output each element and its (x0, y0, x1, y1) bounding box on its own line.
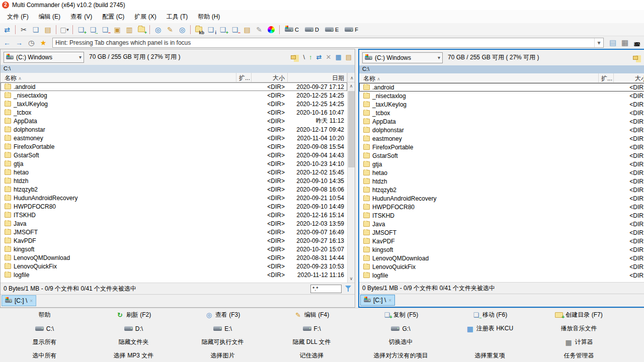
file-row[interactable]: HudunAndroidRecovery <DIR> 2020-09-21 10… (1, 194, 347, 202)
file-row[interactable]: GstarSoft <DIR> 2020-09-04 14:43 (1, 151, 347, 159)
file-row[interactable]: htdzh <DIR> 2020-09-10 14:35 (1, 176, 347, 185)
file-row[interactable]: _tcbox <DIR> (359, 109, 644, 117)
view-file-icon[interactable]: ◎ (152, 25, 164, 35)
filter-input[interactable] (310, 285, 342, 293)
hint-dropdown-icon[interactable]: ▾ (594, 38, 603, 47)
function-button[interactable]: 计算器 (534, 335, 623, 349)
file-info-icon[interactable]: ❏i (205, 25, 216, 35)
file-row[interactable]: _tcbox <DIR> 2020-10-16 10:47 (1, 108, 347, 117)
menu-item[interactable]: 编辑 (E) (34, 11, 65, 23)
file-row[interactable]: LenovoQMDownload <DIR> 2020-08-31 14:44 (1, 253, 347, 262)
file-row[interactable]: LenovoQuickFix <DIR> 2020-09-23 10:53 (1, 262, 347, 270)
function-button[interactable]: 刷新 (F2) (89, 308, 178, 322)
file-row[interactable]: LenovoQMDownload <DIR> (359, 254, 644, 262)
new-folder-icon[interactable]: + (136, 25, 147, 35)
folder-up-icon[interactable]: ↑ (309, 53, 312, 61)
file-row[interactable]: hetao <DIR> (359, 168, 644, 177)
function-button[interactable]: E:\ (178, 322, 267, 335)
file-row[interactable]: .android <DIR> (359, 83, 644, 92)
file-row[interactable]: KavPDF <DIR> (359, 237, 644, 245)
file-delete-icon[interactable]: ❏− (100, 25, 111, 35)
function-button[interactable]: 隐藏 DLL 文件 (267, 335, 356, 349)
function-button[interactable]: 选择 MP3 文件 (89, 349, 178, 362)
function-button[interactable]: G:\ (356, 322, 445, 335)
copy-icon[interactable]: ❏ (30, 25, 41, 35)
file-row[interactable]: eastmoney <DIR> 2020-11-04 10:20 (1, 134, 347, 142)
file-copy-icon[interactable]: ❏+ (75, 25, 87, 35)
file-row[interactable]: logfile <DIR> 2020-11-12 11:16 (1, 270, 347, 279)
function-button[interactable]: 选中所有 (0, 349, 89, 362)
column-name[interactable]: 名称 ∧ (1, 73, 236, 82)
scroll-up-icon[interactable]: ∧ (347, 73, 355, 82)
left-drive-selector[interactable]: (C:) Windows ▾ (4, 52, 84, 63)
toolbar-drive-f-button[interactable]: F (342, 25, 361, 35)
menu-item[interactable]: 扩展 (X) (129, 11, 161, 23)
column-ext[interactable]: 扩... (599, 73, 614, 82)
notepad-icon[interactable]: ▤ (608, 38, 618, 48)
file-row[interactable]: JMSOFT <DIR> (359, 228, 644, 237)
right-drive-selector[interactable]: (C:) Windows ▾ (362, 52, 443, 63)
file-row[interactable]: logfile <DIR> (359, 271, 644, 280)
function-button[interactable] (623, 308, 644, 322)
column-date[interactable]: 日期 (288, 73, 347, 82)
file-row[interactable]: _nisectaxlog <DIR> 2020-12-25 14:25 (1, 91, 347, 100)
selection-mode-icon[interactable]: ▢▾ (59, 25, 70, 35)
file-row[interactable]: kingsoft <DIR> (359, 245, 644, 254)
file-row[interactable]: AppData <DIR> (359, 117, 644, 126)
function-button[interactable]: 选择对方没有的项目 (356, 349, 445, 362)
file-row[interactable]: dolphonstar <DIR> 2020-12-17 09:42 (1, 125, 347, 134)
unpack-archive-icon[interactable]: ▥ (124, 25, 135, 35)
function-button[interactable]: 选择图片 (178, 349, 267, 362)
file-row[interactable]: ITSKHD <DIR> (359, 211, 644, 220)
favorites-star-icon[interactable]: ★ (38, 38, 48, 48)
column-size[interactable]: 大小 (614, 73, 644, 82)
file-row[interactable]: htzqzyb2 <DIR> 2020-09-08 16:06 (1, 185, 347, 194)
function-button[interactable]: 编辑 (F4) (267, 308, 356, 322)
file-row[interactable]: AppData <DIR> 昨天 11:12 (1, 117, 347, 125)
toolbar-drive-c-button[interactable]: C (282, 25, 301, 35)
file-move-icon[interactable]: ❏→ (88, 25, 99, 35)
file-row[interactable]: FirefoxPortable <DIR> 2020-09-08 15:54 (1, 142, 347, 151)
file-row[interactable]: HudunAndroidRecovery <DIR> (359, 194, 644, 203)
file-row[interactable]: LenovoQuickFix <DIR> (359, 262, 644, 271)
kb-folder-icon[interactable]: kb (193, 25, 204, 35)
tab-close-icon[interactable]: × (30, 298, 33, 304)
toolbar-drive-e-button[interactable]: E (323, 25, 341, 35)
file-row[interactable]: eastmoney <DIR> (359, 134, 644, 143)
preview-icon[interactable]: ▤ (346, 53, 352, 61)
file-row[interactable]: JMSOFT <DIR> 2020-09-07 16:49 (1, 228, 347, 236)
column-name[interactable]: 名称 ∧ (359, 73, 599, 82)
calculator-icon[interactable]: ▦ (620, 38, 630, 48)
function-button[interactable] (623, 335, 644, 349)
file-row[interactable]: .android <DIR> 2020-09-27 17:12 (1, 82, 347, 91)
function-button[interactable]: 复制 (F5) (356, 308, 445, 322)
search-icon[interactable]: ◎ (177, 25, 188, 35)
scrollbar-up-icon[interactable]: ∧ (348, 82, 355, 90)
function-button[interactable]: 隐藏文件夹 (89, 335, 178, 349)
function-button[interactable]: F:\ (267, 322, 356, 335)
file-row[interactable]: _taxUKeylog <DIR> (359, 100, 644, 109)
column-size[interactable]: 大小 (252, 73, 288, 82)
folder-tree-icon[interactable] (633, 56, 638, 60)
file-row[interactable]: _taxUKeylog <DIR> 2020-12-25 14:25 (1, 100, 347, 108)
function-button[interactable]: 隐藏可执行文件 (178, 335, 267, 349)
function-button[interactable]: 移动 (F6) (445, 308, 534, 322)
function-button[interactable]: 帮助 (0, 308, 89, 322)
menu-item[interactable]: 帮助 (H) (193, 11, 225, 23)
left-scrollbar[interactable]: ∧ ∨ (347, 82, 355, 283)
scrollbar-down-icon[interactable]: ∨ (348, 275, 355, 283)
function-button[interactable]: 选择重复项 (445, 349, 534, 362)
hint-input[interactable] (53, 38, 594, 47)
paste-icon[interactable]: ▤ (42, 25, 53, 35)
clipboard-icon[interactable]: ▤ (242, 25, 253, 35)
file-row[interactable]: _nisectaxlog <DIR> (359, 92, 644, 100)
file-row[interactable]: GstarSoft <DIR> (359, 151, 644, 160)
menu-item[interactable]: 文件 (F) (2, 11, 34, 23)
forward-icon[interactable]: → (14, 38, 24, 48)
refresh-icon[interactable]: ⇄ (2, 25, 13, 35)
file-row[interactable]: dolphonstar <DIR> (359, 126, 644, 134)
right-tab[interactable]: [C:] \ × (360, 295, 395, 306)
file-row[interactable]: FirefoxPortable <DIR> (359, 143, 644, 151)
root-path-icon[interactable]: \ (303, 53, 305, 61)
filter-funnel-icon[interactable] (345, 285, 352, 292)
